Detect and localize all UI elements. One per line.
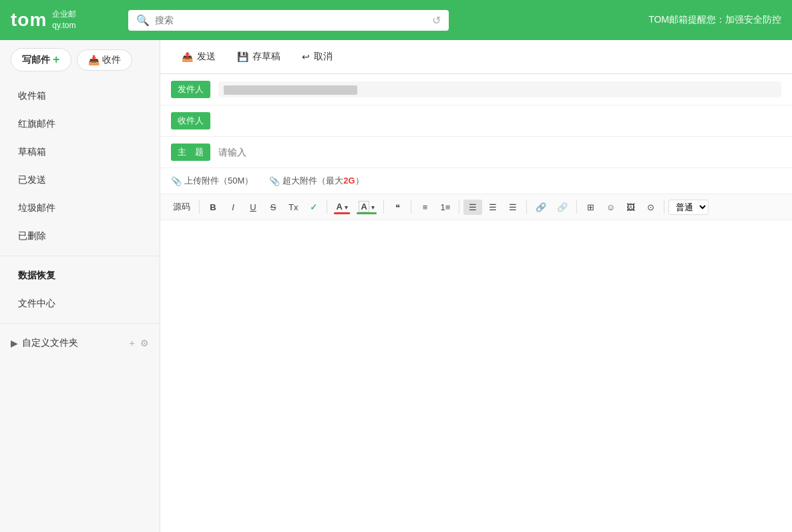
sidebar-divider2 [0,323,160,324]
sidebar-item-inbox[interactable]: 收件箱 [0,82,160,110]
write-email-button[interactable]: 写邮件 + [11,48,71,71]
logo-sub2: qy.tom [52,20,76,31]
image-button[interactable]: 🖼 [621,200,640,215]
bg-color-dropdown-icon: ▾ [371,204,375,211]
send-label: 发送 [197,51,216,63]
subject-row: 主 题 [160,137,792,168]
source-button[interactable]: 源码 [168,198,195,216]
format-clear-button[interactable]: Tx [284,200,303,215]
search-bar[interactable]: 🔍 ↺ [128,10,449,31]
draft-label: 存草稿 [252,51,280,63]
toolbar-separator-8 [664,200,664,214]
align-right-button[interactable]: ☰ [504,200,522,215]
main-layout: 写邮件 + 📥 收件 收件箱 红旗邮件 草稿箱 已发送 垃圾邮件 已删除 数据恢… [0,40,792,532]
paperclip-icon: 📎 [171,176,182,186]
search-input[interactable] [155,15,427,25]
receive-button[interactable]: 📥 收件 [77,49,132,71]
toolbar-separator-1 [199,200,200,214]
compose-toolbar: 📤 发送 💾 存草稿 ↩ 取消 [160,40,792,74]
sidebar: 写邮件 + 📥 收件 收件箱 红旗邮件 草稿箱 已发送 垃圾邮件 已删除 数据恢… [0,40,160,532]
table-button[interactable]: ⊞ [581,200,600,215]
send-icon: 📤 [182,51,193,62]
link-button[interactable]: 🔗 [531,200,551,215]
upload-attachment-button[interactable]: 📎 上传附件（50M） [171,175,253,187]
receiver-label: 收件人 [171,112,210,129]
sidebar-item-deleted[interactable]: 已删除 [0,222,160,250]
draft-button[interactable]: 💾 存草稿 [226,47,291,67]
sidebar-item-flagged[interactable]: 红旗邮件 [0,110,160,138]
bg-color-button[interactable]: A ▾ [354,199,379,216]
search-refresh-icon[interactable]: ↺ [432,14,441,27]
subject-label: 主 题 [171,144,210,161]
cancel-label: 取消 [314,51,333,63]
custom-folder-arrow-icon: ▶ [11,338,18,348]
header-notice: TOM邮箱提醒您：加强安全防控 [648,14,781,26]
align-left-button[interactable]: ☰ [463,200,482,215]
attachment-row: 📎 上传附件（50M） 📎 超大附件（最大2G） [160,168,792,194]
font-color-bar [334,212,350,214]
more-button[interactable]: ⊙ [641,200,660,215]
compose-form: 发件人 收件人 主 题 📎 上传附件（50M） [160,74,792,532]
strikethrough-button[interactable]: S [264,200,282,215]
unordered-list-button[interactable]: ≡ [415,200,434,215]
toolbar-separator-6 [526,200,527,214]
sidebar-divider [0,256,160,256]
send-button[interactable]: 📤 发送 [171,47,226,67]
italic-button[interactable]: I [224,200,242,215]
draft-icon: 💾 [237,51,248,62]
subject-input[interactable] [218,147,781,158]
sidebar-nav: 收件箱 红旗邮件 草稿箱 已发送 垃圾邮件 已删除 数据恢复 文件中心 [0,82,160,318]
logo-tom: tom [11,9,47,31]
align-center-button[interactable]: ☰ [483,200,502,215]
toolbar-separator-3 [383,200,384,214]
font-color-button[interactable]: A ▾ [331,199,353,216]
sender-row: 发件人 [160,74,792,105]
unlink-button[interactable]: 🔗 [552,200,572,215]
bg-color-label: A [359,201,369,212]
sidebar-actions: 写邮件 + 📥 收件 [0,48,160,82]
custom-folder-add-icon[interactable]: + [130,338,135,348]
receiver-row: 收件人 [160,105,792,137]
toolbar-separator-7 [576,200,577,214]
sidebar-custom-folder[interactable]: ▶ 自定义文件夹 + ⚙ [0,329,160,357]
receiver-input[interactable] [218,115,781,126]
cancel-icon: ↩ [302,51,310,62]
write-email-label: 写邮件 [22,54,50,66]
cancel-button[interactable]: ↩ 取消 [291,47,343,67]
editor-toolbar: 源码 B I U S Tx ✓ A ▾ A ▾ [160,194,792,220]
paperclip-large-icon: 📎 [269,176,280,186]
highlight-button[interactable]: ✓ [304,200,323,215]
compose-content: 📤 发送 💾 存草稿 ↩ 取消 发件人 收件人 [160,40,792,532]
sender-label: 发件人 [171,81,210,98]
large-attachment-button[interactable]: 📎 超大附件（最大2G） [269,175,363,187]
toolbar-separator-2 [327,200,327,214]
underline-button[interactable]: U [244,200,262,215]
emoji-button[interactable]: ☺ [601,200,620,215]
write-email-plus-icon: + [53,53,60,67]
format-select[interactable]: 普通 [668,200,709,215]
custom-folder-settings-icon[interactable]: ⚙ [140,338,149,348]
custom-folder-label: 自定义文件夹 [22,337,130,349]
ordered-list-button[interactable]: 1≡ [435,200,455,215]
sidebar-item-spam[interactable]: 垃圾邮件 [0,194,160,222]
font-color-dropdown-icon: ▾ [345,204,348,211]
search-icon: 🔍 [136,14,150,27]
toolbar-separator-4 [411,200,411,214]
logo-area: tom 企业邮 qy.tom [11,9,118,31]
receive-label: 收件 [102,54,121,66]
quote-button[interactable]: ❝ [388,200,407,215]
sidebar-item-data-recovery[interactable]: 数据恢复 [0,262,160,290]
font-color-label: A [336,202,342,212]
bold-button[interactable]: B [204,200,222,215]
logo-sub1: 企业邮 [52,9,76,20]
logo-subtitle: 企业邮 qy.tom [52,9,76,31]
sidebar-item-sent[interactable]: 已发送 [0,166,160,194]
editor-body[interactable] [160,220,792,532]
sidebar-item-drafts[interactable]: 草稿箱 [0,138,160,166]
sender-value [218,81,781,97]
custom-folder-actions: + ⚙ [130,338,149,348]
sidebar-item-file-center[interactable]: 文件中心 [0,290,160,318]
header: tom 企业邮 qy.tom 🔍 ↺ TOM邮箱提醒您：加强安全防控 [0,0,792,40]
bg-color-bar [357,212,377,214]
large-attachment-label: 超大附件（最大2G） [282,175,363,187]
